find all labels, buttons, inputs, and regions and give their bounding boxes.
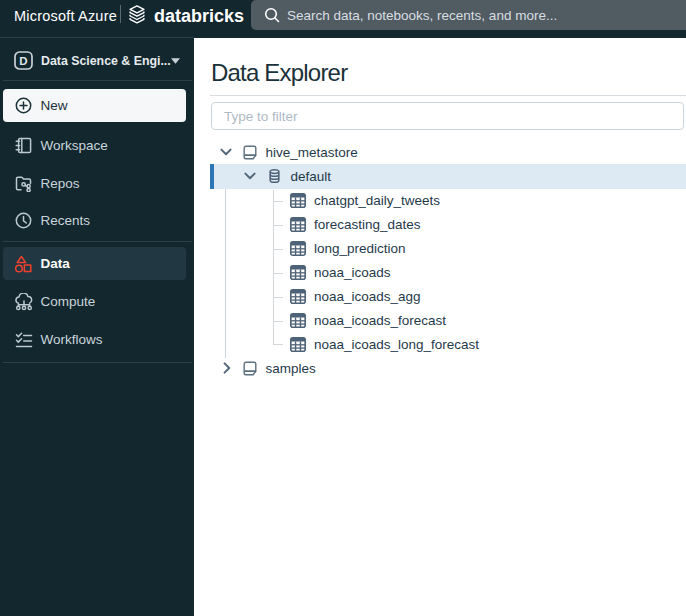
svg-text:D: D xyxy=(19,55,27,67)
